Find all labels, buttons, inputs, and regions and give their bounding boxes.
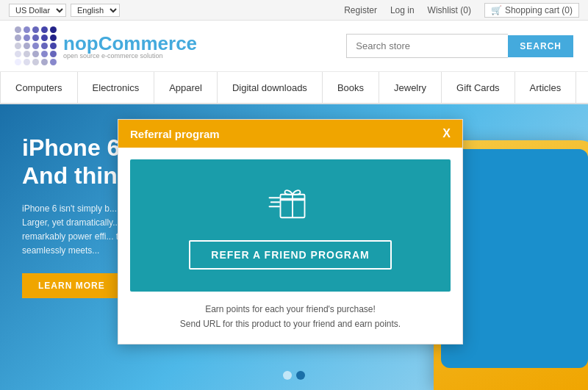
logo[interactable]: nopCommerce open source e-commerce solut… — [15, 26, 197, 65]
logo-dot — [24, 26, 30, 33]
language-select[interactable]: English — [71, 4, 120, 17]
logo-dot — [24, 51, 30, 57]
nav-item-gift-cards[interactable]: Gift Cards — [442, 72, 515, 103]
logo-dot — [41, 59, 48, 65]
logo-dot — [50, 26, 57, 33]
logo-dot — [32, 26, 39, 33]
logo-dot — [41, 43, 48, 49]
modal-title: Referral program — [130, 128, 220, 140]
register-link[interactable]: Register — [344, 5, 377, 15]
search-bar: SEARCH — [346, 34, 573, 58]
currency-select[interactable]: US Dollar — [9, 4, 66, 17]
nav-item-digital-downloads[interactable]: Digital downloads — [218, 72, 323, 103]
modal-close-button[interactable]: X — [442, 127, 451, 140]
wishlist-link[interactable]: Wishlist (0) — [428, 5, 471, 15]
logo-dot — [15, 51, 21, 57]
main-nav: ComputersElectronicsApparelDigital downl… — [0, 72, 588, 104]
hero-section: iPhone 6 And thin iPhone 6 isn't simply … — [0, 104, 588, 390]
logo-dot — [50, 59, 57, 65]
search-input[interactable] — [346, 34, 508, 58]
logo-dot — [24, 43, 30, 49]
header: nopCommerce open source e-commerce solut… — [0, 21, 588, 72]
logo-dot — [50, 51, 57, 57]
logo-dot — [24, 59, 30, 65]
logo-dot — [50, 43, 57, 49]
logo-dot — [32, 43, 39, 49]
nav-item-electronics[interactable]: Electronics — [78, 72, 155, 103]
login-link[interactable]: Log in — [390, 5, 415, 15]
logo-text-wrapper: nopCommerce open source e-commerce solut… — [63, 32, 197, 59]
referral-modal: Referral program X — [118, 119, 463, 344]
logo-dot — [32, 59, 39, 65]
logo-dot — [15, 43, 21, 49]
logo-dot — [15, 26, 21, 33]
nav-item-books[interactable]: Books — [323, 72, 379, 103]
logo-dots — [15, 26, 57, 65]
logo-dot — [41, 51, 48, 57]
logo-dot — [50, 35, 57, 41]
logo-commerce: Commerce — [98, 32, 197, 54]
cart-icon: 🛒 — [491, 5, 502, 15]
logo-dot — [41, 35, 48, 41]
nav-item-apparel[interactable]: Apparel — [154, 72, 218, 103]
nav-item-articles[interactable]: Articles — [515, 72, 577, 103]
logo-dot — [41, 26, 48, 33]
logo-dot — [15, 35, 21, 41]
modal-body: REFER A FRIEND PROGRAM Earn points for e… — [118, 148, 462, 344]
logo-nop: nop — [63, 32, 98, 54]
gift-icon — [268, 181, 312, 228]
logo-dot — [32, 51, 39, 57]
modal-header: Referral program X — [118, 120, 462, 148]
top-bar-right: Register Log in Wishlist (0) 🛒 Shopping … — [344, 3, 579, 18]
logo-dot — [15, 59, 21, 65]
logo-dot — [24, 35, 30, 41]
refer-friend-button[interactable]: REFER A FRIEND PROGRAM — [189, 240, 391, 270]
top-bar-left: US Dollar English — [9, 4, 120, 17]
modal-banner: REFER A FRIEND PROGRAM — [130, 159, 451, 292]
cart-label: Shopping cart (0) — [505, 5, 573, 15]
nav-item-computers[interactable]: Computers — [0, 72, 78, 103]
top-bar: US Dollar English Register Log in Wishli… — [0, 0, 588, 21]
search-button[interactable]: SEARCH — [508, 35, 573, 57]
cart-button[interactable]: 🛒 Shopping cart (0) — [484, 3, 579, 18]
nav-item-jewelry[interactable]: Jewelry — [379, 72, 442, 103]
modal-description: Earn points for each your friend's purch… — [130, 302, 451, 332]
logo-dot — [32, 35, 39, 41]
modal-overlay: Referral program X — [0, 104, 588, 390]
